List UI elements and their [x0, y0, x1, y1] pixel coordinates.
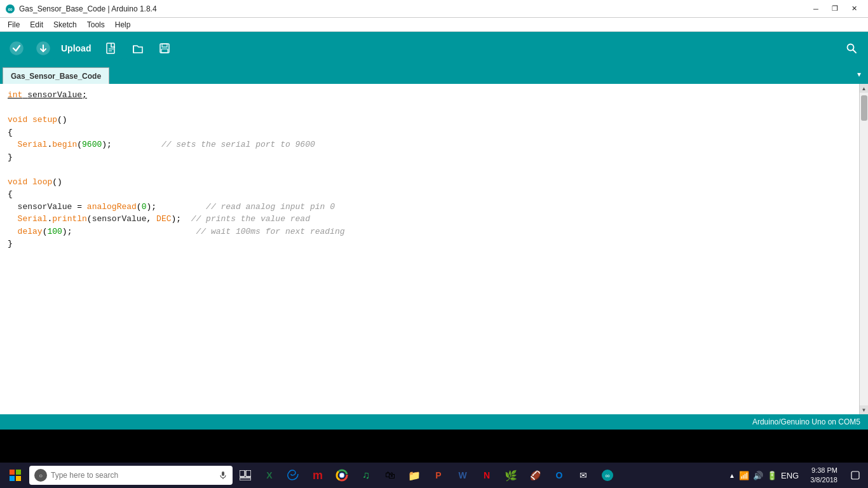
tray-icons: ▲ 📶 🔊 🔋 ENG: [725, 471, 803, 480]
task-view-icon: [240, 470, 251, 480]
tray-battery-icon[interactable]: 🔋: [767, 471, 777, 480]
save-button[interactable]: [153, 37, 176, 60]
search-input[interactable]: [51, 471, 215, 480]
edge-icon: [287, 469, 300, 482]
tabbar: Gas_Sensor_Base_Code ▾: [0, 65, 868, 84]
scroll-thumb[interactable]: [861, 95, 867, 121]
notification-button[interactable]: [845, 463, 865, 488]
svg-rect-14: [16, 470, 21, 475]
close-button[interactable]: ✕: [845, 0, 863, 18]
open-button[interactable]: [126, 37, 149, 60]
svg-rect-13: [10, 470, 15, 475]
titlebar: ∞ Gas_Sensor_Base_Code | Arduino 1.8.4 ─…: [0, 0, 868, 18]
verify-icon: [10, 41, 24, 55]
upload-label: Upload: [61, 43, 91, 53]
code-editor[interactable]: int sensorValue; void setup() { Serial.b…: [0, 84, 859, 414]
upload-icon: [36, 41, 50, 55]
arduino-logo-icon: ∞: [5, 4, 15, 14]
menu-help[interactable]: Help: [110, 19, 136, 30]
titlebar-controls: ─ ❐ ✕: [807, 0, 863, 18]
task-view-button[interactable]: [234, 463, 257, 488]
taskbar-store[interactable]: 🛍: [379, 463, 402, 488]
verify-button[interactable]: [5, 37, 28, 60]
system-tray: ▲ 📶 🔊 🔋 ENG 9:38 PM 3/8/2018: [725, 463, 865, 488]
svg-rect-4: [107, 43, 114, 53]
menu-file[interactable]: File: [3, 19, 25, 30]
search-button[interactable]: [840, 37, 863, 60]
svg-rect-19: [240, 470, 245, 477]
clock-time: 9:38 PM: [811, 466, 837, 475]
taskbar-nfl[interactable]: 🏈: [524, 463, 546, 488]
toolbar: Upload: [0, 32, 868, 65]
chrome-icon: [336, 469, 348, 482]
editor-container: int sensorValue; void setup() { Serial.b…: [0, 84, 868, 414]
notification-icon: [851, 471, 860, 480]
maximize-button[interactable]: ❐: [826, 0, 844, 18]
svg-line-12: [853, 50, 857, 53]
svg-rect-21: [240, 478, 251, 480]
tray-volume-icon[interactable]: 🔊: [753, 471, 763, 480]
cortana-icon: ○: [34, 469, 47, 482]
start-button[interactable]: [3, 463, 28, 488]
taskbar-app11[interactable]: 🌿: [499, 463, 522, 488]
tray-network-icon[interactable]: 📶: [739, 471, 749, 480]
svg-rect-28: [851, 471, 859, 479]
svg-rect-20: [246, 470, 251, 477]
open-icon: [132, 42, 144, 55]
scroll-down-arrow[interactable]: ▼: [860, 405, 869, 414]
taskbar-explorer[interactable]: 📁: [403, 463, 426, 488]
minimize-button[interactable]: ─: [807, 0, 825, 18]
taskbar-microphone-icon: [219, 471, 227, 480]
taskbar-powerpoint[interactable]: P: [427, 463, 450, 488]
vertical-scrollbar[interactable]: ▲ ▼: [859, 84, 868, 414]
taskbar-netflix[interactable]: N: [475, 463, 498, 488]
new-button[interactable]: [100, 37, 123, 60]
svg-text:∞: ∞: [8, 6, 12, 13]
taskbar-edge[interactable]: [282, 463, 305, 488]
board-status: Arduino/Genuino Uno on COM5: [752, 417, 860, 426]
new-file-icon: [105, 42, 118, 55]
save-icon: [158, 42, 171, 55]
taskbar-outlook[interactable]: O: [548, 463, 571, 488]
taskbar-mail[interactable]: ✉: [572, 463, 595, 488]
taskbar-arduino[interactable]: ∞: [596, 463, 619, 488]
taskbar-excel[interactable]: X: [258, 463, 281, 488]
language-label[interactable]: ENG: [781, 471, 799, 480]
taskbar-search[interactable]: ○: [29, 466, 233, 485]
statusbar: Arduino/Genuino Uno on COM5: [0, 414, 868, 430]
tray-expand-icon[interactable]: ▲: [729, 472, 735, 479]
svg-text:∞: ∞: [605, 472, 609, 479]
upload-button[interactable]: [32, 37, 55, 60]
taskbar: ○ X m ♫ 🛍 📁 P W N 🌿 🏈 O: [0, 463, 868, 488]
svg-point-2: [10, 42, 23, 55]
svg-rect-10: [161, 49, 168, 53]
svg-rect-15: [10, 476, 15, 481]
svg-rect-16: [16, 476, 21, 481]
clock-date: 3/8/2018: [810, 475, 837, 485]
menu-sketch[interactable]: Sketch: [48, 19, 82, 30]
titlebar-left: ∞ Gas_Sensor_Base_Code | Arduino 1.8.4: [5, 4, 157, 14]
taskbar-chrome[interactable]: [330, 463, 353, 488]
svg-rect-17: [222, 471, 224, 476]
taskbar-word[interactable]: W: [451, 463, 474, 488]
window-title: Gas_Sensor_Base_Code | Arduino 1.8.4: [19, 4, 157, 13]
scroll-up-arrow[interactable]: ▲: [860, 84, 869, 93]
menu-tools[interactable]: Tools: [82, 19, 110, 30]
tab-dropdown-button[interactable]: ▾: [850, 65, 868, 84]
menubar: File Edit Sketch Tools Help: [0, 18, 868, 32]
windows-logo-icon: [10, 470, 21, 481]
system-clock[interactable]: 9:38 PM 3/8/2018: [805, 466, 843, 485]
active-tab[interactable]: Gas_Sensor_Base_Code: [3, 67, 109, 84]
tab-label: Gas_Sensor_Base_Code: [11, 72, 101, 81]
menu-edit[interactable]: Edit: [25, 19, 48, 30]
arduino-taskbar-icon: ∞: [601, 469, 614, 482]
taskbar-spotify[interactable]: ♫: [355, 463, 377, 488]
search-icon: [845, 42, 858, 55]
taskbar-metro[interactable]: m: [306, 463, 329, 488]
svg-point-22: [339, 473, 344, 478]
